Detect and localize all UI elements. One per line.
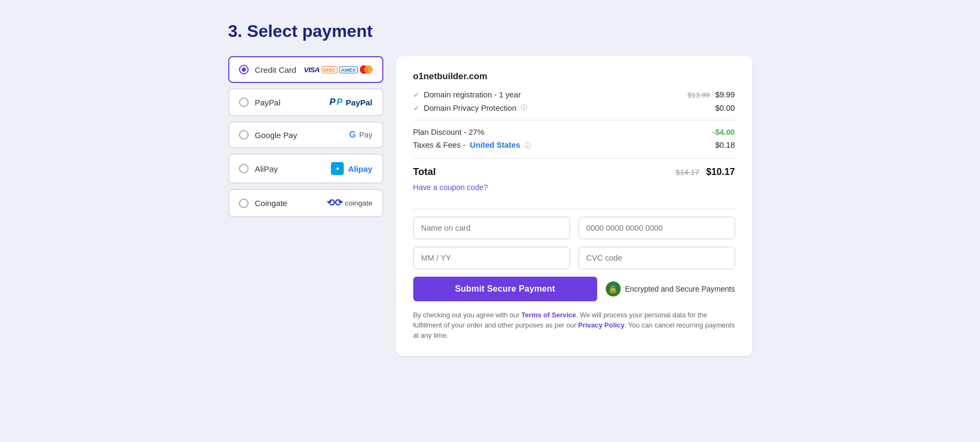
order-item-price-registration: $13.99 $9.99 xyxy=(688,90,735,99)
content-row: Credit Card VISA DISC AMEX PayPal xyxy=(228,56,752,356)
paypal-logo: P P PayPal xyxy=(329,97,372,108)
expiry-input[interactable] xyxy=(413,247,570,269)
lock-icon: 🔒 xyxy=(606,281,621,296)
payment-option-coingate[interactable]: Coingate ⟲⟳ coingate xyxy=(228,189,383,217)
expiry-field-container xyxy=(413,247,570,269)
payment-label-coingate: Coingate xyxy=(255,199,288,208)
payment-methods-panel: Credit Card VISA DISC AMEX PayPal xyxy=(228,56,383,217)
order-item-final-price-registration: $9.99 xyxy=(715,90,735,99)
name-field-container xyxy=(413,217,570,239)
submit-payment-button[interactable]: Submit Secure Payment xyxy=(413,277,597,301)
payment-label-paypal: PayPal xyxy=(255,98,281,107)
coingate-logo: ⟲⟳ coingate xyxy=(327,197,372,209)
terms-prefix: By checking out you agree with our xyxy=(413,311,522,319)
total-price: $14.17 $10.17 xyxy=(676,166,735,178)
order-item-label-registration: Domain registration - 1 year xyxy=(424,90,521,99)
order-item-original-price-registration: $13.99 xyxy=(688,91,710,99)
discount-label: Plan Discount - 27% xyxy=(413,128,484,136)
google-g-icon: G xyxy=(349,130,356,140)
google-pay-wordmark: Pay xyxy=(359,131,373,139)
paypal-p2-icon: P xyxy=(336,97,342,108)
mastercard-logo xyxy=(360,65,373,74)
info-icon-privacy[interactable]: ⓘ xyxy=(521,103,527,112)
payment-option-credit-card[interactable]: Credit Card VISA DISC AMEX xyxy=(228,56,383,83)
check-icon-privacy: ✓ xyxy=(413,104,420,112)
order-item-label-privacy: Domain Privacy Protection xyxy=(424,104,516,112)
visa-logo: VISA xyxy=(304,66,320,74)
order-item-price-privacy: $0.00 xyxy=(715,104,735,112)
domain-name: o1netbuilder.com xyxy=(413,71,735,82)
payment-label-alipay: AliPay xyxy=(255,164,278,173)
secure-label: Encrypted and Secure Payments xyxy=(625,285,735,293)
form-row-bottom xyxy=(413,247,735,269)
taxes-amount: $0.18 xyxy=(715,141,735,150)
radio-google-pay xyxy=(239,130,249,140)
payment-option-alipay[interactable]: AliPay ✦ Alipay xyxy=(228,154,383,184)
order-item-registration: ✓ Domain registration - 1 year $13.99 $9… xyxy=(413,90,735,99)
payment-option-paypal[interactable]: PayPal P P PayPal xyxy=(228,88,383,116)
alipay-wordmark: Alipay xyxy=(348,164,373,173)
check-icon-registration: ✓ xyxy=(413,90,420,99)
amex-logo: AMEX xyxy=(339,66,358,73)
google-pay-logo: G Pay xyxy=(349,130,372,140)
payment-label-credit-card: Credit Card xyxy=(255,65,297,74)
discount-amount: -$4.00 xyxy=(713,128,735,136)
discount-row: Plan Discount - 27% -$4.00 xyxy=(413,128,735,136)
card-number-input[interactable] xyxy=(578,217,735,239)
terms-of-service-link[interactable]: Terms of Service xyxy=(521,311,576,319)
total-label: Total xyxy=(413,166,436,178)
divider-2 xyxy=(413,158,735,158)
name-on-card-input[interactable] xyxy=(413,217,570,239)
radio-paypal xyxy=(239,97,249,107)
paypal-wordmark: PayPal xyxy=(346,98,373,107)
privacy-policy-link[interactable]: Privacy Policy xyxy=(578,321,624,329)
coingate-wordmark: coingate xyxy=(345,199,372,207)
radio-coingate xyxy=(239,199,249,208)
taxes-row: Taxes & Fees - United States ⓘ $0.18 xyxy=(413,141,735,150)
paypal-p-icon: P xyxy=(329,97,335,108)
page-title: 3. Select payment xyxy=(228,21,752,41)
payment-option-google-pay[interactable]: Google Pay G Pay xyxy=(228,121,383,148)
terms-text: By checking out you agree with our Terms… xyxy=(413,310,735,341)
taxes-location-link[interactable]: United States xyxy=(470,141,520,149)
radio-credit-card xyxy=(239,65,249,74)
card-number-field-container xyxy=(578,217,735,239)
cvc-field-container xyxy=(578,247,735,269)
order-panel: o1netbuilder.com ✓ Domain registration -… xyxy=(396,56,752,356)
discover-logo: DISC xyxy=(322,66,337,73)
radio-alipay xyxy=(239,164,249,173)
cvc-input[interactable] xyxy=(578,247,735,269)
divider-1 xyxy=(413,120,735,120)
info-icon-taxes[interactable]: ⓘ xyxy=(524,142,531,149)
taxes-label: Taxes & Fees - United States ⓘ xyxy=(413,141,531,150)
coingate-icon: ⟲⟳ xyxy=(327,197,343,209)
alipay-icon: ✦ xyxy=(331,162,344,175)
coupon-link[interactable]: Have a coupon code? xyxy=(413,183,488,192)
form-row-top xyxy=(413,217,735,239)
alipay-logo: ✦ Alipay xyxy=(331,162,373,175)
secure-badge: 🔒 Encrypted and Secure Payments xyxy=(606,281,735,296)
total-original-price: $14.17 xyxy=(676,168,699,177)
submit-row: Submit Secure Payment 🔒 Encrypted and Se… xyxy=(413,277,735,301)
payment-label-google-pay: Google Pay xyxy=(255,131,297,140)
page-container: 3. Select payment Credit Card VISA DISC … xyxy=(228,21,752,421)
total-row: Total $14.17 $10.17 xyxy=(413,166,735,178)
divider-3 xyxy=(413,209,735,209)
total-final-price: $10.17 xyxy=(706,166,735,177)
credit-card-logos: VISA DISC AMEX xyxy=(304,65,372,74)
order-item-privacy: ✓ Domain Privacy Protection ⓘ $0.00 xyxy=(413,103,735,112)
